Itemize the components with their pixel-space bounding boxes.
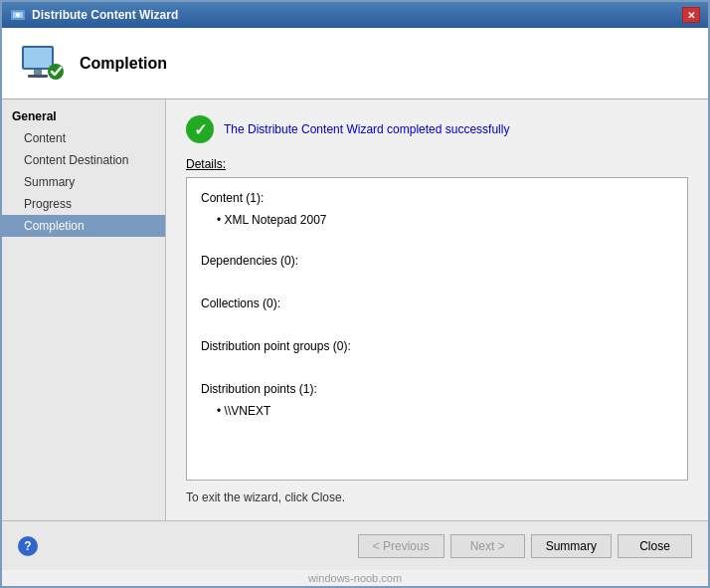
content-area: General Content Content Destination Summ… (2, 99, 708, 520)
svg-rect-6 (28, 75, 48, 78)
details-box: Content (1): XML Notepad 2007 Dependenci… (186, 177, 688, 481)
sidebar: General Content Content Destination Summ… (2, 99, 166, 520)
wizard-window: Distribute Content Wizard ✕ Completion G… (0, 0, 710, 588)
svg-rect-5 (34, 70, 42, 75)
footer-buttons: < Previous Next > Summary Close (358, 534, 692, 558)
sidebar-group-general: General (2, 105, 165, 127)
section-dependencies: Dependencies (0): (201, 251, 673, 271)
footer-left: ? (18, 536, 38, 556)
close-window-button[interactable]: ✕ (682, 7, 700, 23)
section-dp-groups: Distribution point groups (0): (201, 336, 673, 356)
summary-button[interactable]: Summary (531, 534, 612, 558)
wizard-header: Completion (2, 28, 708, 99)
watermark: windows-noob.com (2, 570, 708, 586)
svg-rect-4 (24, 48, 52, 68)
sidebar-item-content[interactable]: Content (2, 127, 165, 149)
wizard-footer: ? < Previous Next > Summary Close (2, 520, 708, 570)
close-button[interactable]: Close (618, 534, 692, 558)
main-panel: ✓ The Distribute Content Wizard complete… (166, 99, 708, 520)
next-button[interactable]: Next > (450, 534, 525, 558)
computer-icon (18, 40, 66, 88)
section-dp: Distribution points (1): (201, 379, 673, 399)
dp-item-1: \\VNEXT (201, 401, 673, 421)
svg-point-2 (16, 13, 20, 17)
section-collections: Collections (0): (201, 294, 673, 313)
success-row: ✓ The Distribute Content Wizard complete… (186, 115, 688, 143)
window-title: Distribute Content Wizard (32, 8, 178, 22)
section-content: Content (1): (201, 188, 673, 208)
title-bar: Distribute Content Wizard ✕ (2, 2, 708, 28)
wizard-step-title: Completion (80, 55, 167, 73)
title-bar-left: Distribute Content Wizard (10, 7, 178, 23)
details-label: Details: (186, 157, 688, 171)
sidebar-item-content-destination[interactable]: Content Destination (2, 149, 165, 171)
content-item-1: XML Notepad 2007 (201, 210, 673, 230)
success-icon: ✓ (186, 115, 214, 143)
previous-button[interactable]: < Previous (358, 534, 444, 558)
success-message: The Distribute Content Wizard completed … (224, 122, 509, 136)
sidebar-item-completion[interactable]: Completion (2, 215, 165, 237)
wizard-title-icon (10, 7, 26, 23)
exit-instruction: To exit the wizard, click Close. (186, 490, 688, 504)
sidebar-item-progress[interactable]: Progress (2, 193, 165, 215)
sidebar-item-summary[interactable]: Summary (2, 171, 165, 193)
help-button[interactable]: ? (18, 536, 38, 556)
